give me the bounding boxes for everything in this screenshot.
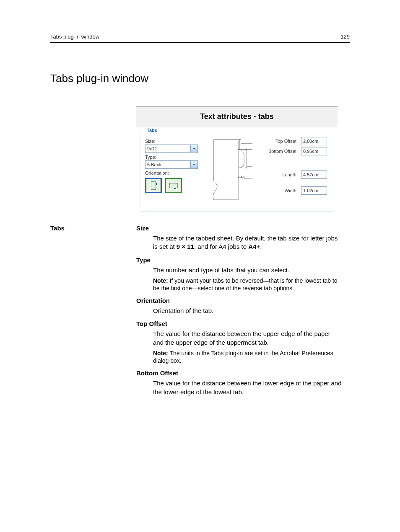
def-size-body-part3: .: [260, 243, 262, 250]
length-input[interactable]: [301, 170, 327, 179]
tab-page-diagram-icon: [210, 137, 257, 204]
bottom-offset-row: Bottom Offset:: [264, 147, 327, 155]
type-label: Type:: [145, 155, 200, 160]
def-type-title: Type: [136, 256, 342, 263]
def-bottomoffset-title: Bottom Offset: [136, 369, 342, 377]
length-field-label: Length:: [264, 172, 298, 177]
def-orientation-title: Orientation: [136, 297, 342, 304]
def-orientation-body: Orientation of the tab.: [153, 307, 342, 315]
def-topoffset-title: Top Offset: [136, 320, 342, 327]
def-size-title: Size: [136, 225, 342, 232]
middle-column: Top Offset: Bottom Offset: Length:: [210, 137, 327, 204]
left-controls-column: Size: 9x11 Type: 5 Bank Orie: [145, 137, 200, 193]
orientation-landscape-button[interactable]: [165, 178, 182, 193]
def-size-body: The size of the tabbed sheet. By default…: [153, 234, 342, 251]
chevron-down-icon[interactable]: [190, 161, 197, 168]
bottom-offset-field-label: Bottom Offset:: [264, 149, 298, 154]
def-topoffset-body: The value for the distance between the u…: [153, 330, 342, 347]
def-bottomoffset-body: The value for the distance between the l…: [153, 379, 342, 396]
top-offset-field-label: Top Offset:: [264, 139, 298, 144]
page: Tabs plug-in window 129 Tabs plug-in win…: [0, 0, 400, 532]
orientation-portrait-button[interactable]: [145, 178, 162, 193]
definitions-block: Tabs Size The size of the tabbed sheet. …: [136, 225, 342, 396]
page-title: Tabs plug-in window: [50, 72, 350, 85]
def-type-body: The number and type of tabs that you can…: [153, 266, 342, 274]
header-left: Tabs plug-in window: [50, 34, 99, 40]
def-type-note: Note: If you want your tabs to be revers…: [153, 277, 342, 292]
width-input[interactable]: [301, 186, 327, 195]
width-field-label: Width:: [264, 188, 298, 193]
landscape-icon: [169, 183, 178, 188]
size-dropdown-value: 9x11: [147, 146, 157, 151]
orientation-buttons: [145, 178, 200, 193]
def-size-body-bold2: A4+: [248, 243, 260, 250]
definitions-section-label: Tabs: [50, 225, 65, 232]
top-offset-row: Top Offset:: [264, 137, 327, 145]
length-row: Length:: [264, 170, 327, 179]
size-dropdown[interactable]: 9x11: [145, 145, 198, 153]
top-offset-input[interactable]: [301, 137, 327, 145]
measurements-column: Top Offset: Bottom Offset: Length:: [264, 137, 327, 195]
figure-block: Text attributes - tabs Tabs Size: 9x11 T…: [136, 106, 338, 215]
header-page-number: 129: [340, 34, 350, 40]
width-row: Width:: [264, 186, 327, 195]
bottom-offset-input[interactable]: [301, 147, 327, 155]
type-dropdown[interactable]: 5 Bank: [145, 160, 198, 169]
chevron-down-icon[interactable]: [190, 145, 197, 152]
figure-caption: Text attributes - tabs: [136, 106, 338, 127]
size-label: Size:: [145, 139, 200, 144]
def-size-body-part2: , and for A4 jobs to: [194, 243, 248, 250]
tabs-groupbox: Tabs Size: 9x11 Type: 5 Bank: [140, 131, 334, 212]
tabs-attributes-panel: Tabs Size: 9x11 Type: 5 Bank: [136, 127, 338, 215]
orientation-label: Orientation:: [145, 170, 200, 176]
portrait-icon: [151, 181, 156, 190]
groupbox-legend: Tabs: [145, 128, 159, 133]
running-header: Tabs plug-in window 129: [50, 34, 350, 43]
def-size-body-bold1: 9 × 11: [177, 243, 194, 250]
def-topoffset-note: Note: The units in the Tabs plug-in are …: [153, 349, 342, 364]
type-dropdown-value: 5 Bank: [147, 162, 161, 167]
